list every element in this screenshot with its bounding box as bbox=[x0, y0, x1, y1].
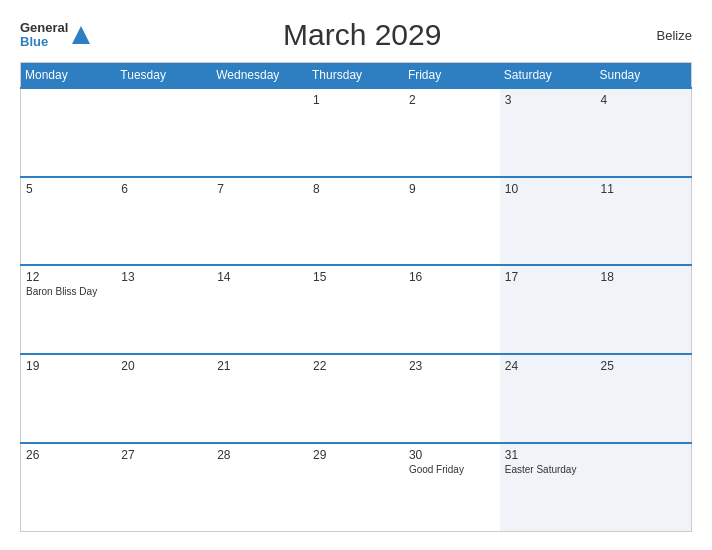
day-cell: 24 bbox=[500, 354, 596, 443]
day-number: 18 bbox=[601, 270, 686, 284]
day-number: 4 bbox=[601, 93, 686, 107]
calendar-table: MondayTuesdayWednesdayThursdayFridaySatu… bbox=[20, 62, 692, 532]
day-number: 2 bbox=[409, 93, 495, 107]
day-cell: 28 bbox=[212, 443, 308, 532]
day-cell: 20 bbox=[116, 354, 212, 443]
col-header-saturday: Saturday bbox=[500, 63, 596, 89]
day-cell: 29 bbox=[308, 443, 404, 532]
holiday-label: Baron Bliss Day bbox=[26, 286, 111, 297]
col-header-tuesday: Tuesday bbox=[116, 63, 212, 89]
day-number: 10 bbox=[505, 182, 591, 196]
day-number: 31 bbox=[505, 448, 591, 462]
day-cell: 10 bbox=[500, 177, 596, 266]
day-cell: 31Easter Saturday bbox=[500, 443, 596, 532]
day-cell: 26 bbox=[21, 443, 117, 532]
day-cell: 8 bbox=[308, 177, 404, 266]
day-cell: 27 bbox=[116, 443, 212, 532]
day-cell: 11 bbox=[596, 177, 692, 266]
day-cell bbox=[596, 443, 692, 532]
day-number: 29 bbox=[313, 448, 399, 462]
day-cell: 4 bbox=[596, 88, 692, 177]
day-number: 23 bbox=[409, 359, 495, 373]
week-row-1: 1234 bbox=[21, 88, 692, 177]
day-number: 9 bbox=[409, 182, 495, 196]
week-row-4: 19202122232425 bbox=[21, 354, 692, 443]
day-cell: 25 bbox=[596, 354, 692, 443]
week-row-3: 12Baron Bliss Day131415161718 bbox=[21, 265, 692, 354]
day-number: 6 bbox=[121, 182, 207, 196]
col-header-sunday: Sunday bbox=[596, 63, 692, 89]
day-number: 16 bbox=[409, 270, 495, 284]
day-number: 20 bbox=[121, 359, 207, 373]
day-cell: 6 bbox=[116, 177, 212, 266]
logo-flag-icon bbox=[70, 24, 92, 46]
day-number: 3 bbox=[505, 93, 591, 107]
country-label: Belize bbox=[632, 28, 692, 43]
day-number: 28 bbox=[217, 448, 303, 462]
month-title: March 2029 bbox=[92, 18, 632, 52]
page: General Blue March 2029 Belize MondayTue… bbox=[0, 0, 712, 550]
day-number: 17 bbox=[505, 270, 591, 284]
svg-marker-0 bbox=[72, 26, 90, 44]
day-cell: 22 bbox=[308, 354, 404, 443]
day-number: 22 bbox=[313, 359, 399, 373]
day-cell: 19 bbox=[21, 354, 117, 443]
day-cell: 16 bbox=[404, 265, 500, 354]
day-number: 19 bbox=[26, 359, 111, 373]
day-cell: 9 bbox=[404, 177, 500, 266]
week-row-5: 2627282930Good Friday31Easter Saturday bbox=[21, 443, 692, 532]
header: General Blue March 2029 Belize bbox=[20, 18, 692, 52]
day-cell: 13 bbox=[116, 265, 212, 354]
day-cell: 17 bbox=[500, 265, 596, 354]
day-cell: 21 bbox=[212, 354, 308, 443]
day-number: 25 bbox=[601, 359, 686, 373]
day-number: 7 bbox=[217, 182, 303, 196]
col-header-thursday: Thursday bbox=[308, 63, 404, 89]
day-cell: 5 bbox=[21, 177, 117, 266]
logo-blue-text: Blue bbox=[20, 35, 68, 49]
day-cell: 7 bbox=[212, 177, 308, 266]
day-cell: 14 bbox=[212, 265, 308, 354]
week-row-2: 567891011 bbox=[21, 177, 692, 266]
day-number: 26 bbox=[26, 448, 111, 462]
col-header-monday: Monday bbox=[21, 63, 117, 89]
day-number: 13 bbox=[121, 270, 207, 284]
col-header-friday: Friday bbox=[404, 63, 500, 89]
day-number: 21 bbox=[217, 359, 303, 373]
day-cell bbox=[116, 88, 212, 177]
day-cell bbox=[21, 88, 117, 177]
day-number: 30 bbox=[409, 448, 495, 462]
col-header-wednesday: Wednesday bbox=[212, 63, 308, 89]
calendar-header-row: MondayTuesdayWednesdayThursdayFridaySatu… bbox=[21, 63, 692, 89]
day-number: 8 bbox=[313, 182, 399, 196]
holiday-label: Good Friday bbox=[409, 464, 495, 475]
day-cell: 3 bbox=[500, 88, 596, 177]
day-number: 1 bbox=[313, 93, 399, 107]
day-cell: 2 bbox=[404, 88, 500, 177]
logo-general-text: General bbox=[20, 21, 68, 35]
day-cell: 15 bbox=[308, 265, 404, 354]
day-number: 27 bbox=[121, 448, 207, 462]
day-number: 24 bbox=[505, 359, 591, 373]
holiday-label: Easter Saturday bbox=[505, 464, 591, 475]
day-number: 11 bbox=[601, 182, 686, 196]
day-cell bbox=[212, 88, 308, 177]
day-cell: 23 bbox=[404, 354, 500, 443]
day-cell: 1 bbox=[308, 88, 404, 177]
day-cell: 30Good Friday bbox=[404, 443, 500, 532]
day-cell: 12Baron Bliss Day bbox=[21, 265, 117, 354]
logo: General Blue bbox=[20, 21, 92, 50]
day-number: 5 bbox=[26, 182, 111, 196]
day-cell: 18 bbox=[596, 265, 692, 354]
day-number: 12 bbox=[26, 270, 111, 284]
day-number: 14 bbox=[217, 270, 303, 284]
day-number: 15 bbox=[313, 270, 399, 284]
